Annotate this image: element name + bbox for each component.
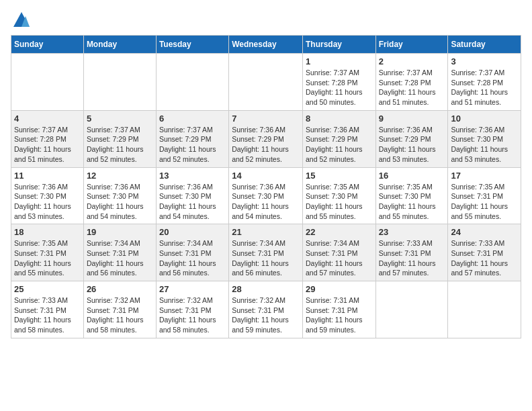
calendar-header-row: SundayMondayTuesdayWednesdayThursdayFrid… bbox=[11, 36, 521, 54]
logo bbox=[11, 11, 31, 27]
calendar-cell: 23Sunrise: 7:33 AM Sunset: 7:31 PM Dayli… bbox=[375, 224, 448, 281]
calendar-cell: 24Sunrise: 7:33 AM Sunset: 7:31 PM Dayli… bbox=[448, 224, 521, 281]
calendar-cell: 28Sunrise: 7:32 AM Sunset: 7:31 PM Dayli… bbox=[229, 281, 303, 338]
calendar-cell: 2Sunrise: 7:37 AM Sunset: 7:28 PM Daylig… bbox=[375, 54, 448, 111]
weekday-header-saturday: Saturday bbox=[448, 36, 521, 54]
weekday-header-tuesday: Tuesday bbox=[156, 36, 228, 54]
calendar-cell: 21Sunrise: 7:34 AM Sunset: 7:31 PM Dayli… bbox=[229, 224, 303, 281]
day-info: Sunrise: 7:34 AM Sunset: 7:31 PM Dayligh… bbox=[232, 238, 300, 278]
calendar-cell: 11Sunrise: 7:36 AM Sunset: 7:30 PM Dayli… bbox=[11, 167, 84, 224]
calendar-cell: 14Sunrise: 7:36 AM Sunset: 7:30 PM Dayli… bbox=[229, 167, 303, 224]
calendar-cell: 15Sunrise: 7:35 AM Sunset: 7:30 PM Dayli… bbox=[302, 167, 375, 224]
day-number: 13 bbox=[159, 171, 226, 181]
day-number: 18 bbox=[14, 227, 81, 237]
page-header bbox=[11, 11, 521, 27]
calendar-cell: 12Sunrise: 7:36 AM Sunset: 7:30 PM Dayli… bbox=[83, 167, 156, 224]
calendar-cell bbox=[11, 54, 84, 111]
day-number: 22 bbox=[306, 227, 373, 237]
day-info: Sunrise: 7:37 AM Sunset: 7:28 PM Dayligh… bbox=[451, 68, 518, 107]
day-info: Sunrise: 7:35 AM Sunset: 7:31 PM Dayligh… bbox=[451, 182, 518, 222]
day-number: 3 bbox=[451, 56, 518, 66]
day-number: 15 bbox=[306, 171, 373, 181]
calendar-cell bbox=[83, 54, 156, 111]
calendar-cell: 3Sunrise: 7:37 AM Sunset: 7:28 PM Daylig… bbox=[448, 54, 521, 111]
day-number: 24 bbox=[451, 227, 518, 237]
day-info: Sunrise: 7:33 AM Sunset: 7:31 PM Dayligh… bbox=[379, 238, 445, 278]
day-number: 21 bbox=[232, 227, 300, 237]
calendar-cell: 13Sunrise: 7:36 AM Sunset: 7:30 PM Dayli… bbox=[156, 167, 228, 224]
day-info: Sunrise: 7:31 AM Sunset: 7:31 PM Dayligh… bbox=[306, 295, 373, 335]
weekday-header-sunday: Sunday bbox=[11, 36, 84, 54]
calendar-body: 1Sunrise: 7:37 AM Sunset: 7:28 PM Daylig… bbox=[11, 54, 521, 338]
day-info: Sunrise: 7:37 AM Sunset: 7:28 PM Dayligh… bbox=[14, 125, 81, 165]
day-info: Sunrise: 7:34 AM Sunset: 7:31 PM Dayligh… bbox=[87, 238, 153, 278]
day-number: 1 bbox=[306, 56, 373, 66]
calendar-cell bbox=[375, 281, 448, 338]
day-number: 28 bbox=[232, 284, 300, 294]
weekday-header-thursday: Thursday bbox=[302, 36, 375, 54]
day-info: Sunrise: 7:35 AM Sunset: 7:30 PM Dayligh… bbox=[306, 182, 373, 222]
day-info: Sunrise: 7:34 AM Sunset: 7:31 PM Dayligh… bbox=[306, 238, 373, 278]
day-info: Sunrise: 7:36 AM Sunset: 7:29 PM Dayligh… bbox=[232, 125, 300, 165]
calendar-cell: 27Sunrise: 7:32 AM Sunset: 7:31 PM Dayli… bbox=[156, 281, 228, 338]
calendar-table: SundayMondayTuesdayWednesdayThursdayFrid… bbox=[11, 35, 521, 338]
calendar-cell: 10Sunrise: 7:36 AM Sunset: 7:30 PM Dayli… bbox=[448, 110, 521, 167]
day-info: Sunrise: 7:37 AM Sunset: 7:28 PM Dayligh… bbox=[306, 68, 373, 107]
calendar-week-row: 1Sunrise: 7:37 AM Sunset: 7:28 PM Daylig… bbox=[11, 54, 521, 111]
day-number: 19 bbox=[87, 227, 153, 237]
day-info: Sunrise: 7:37 AM Sunset: 7:29 PM Dayligh… bbox=[87, 125, 153, 165]
day-number: 12 bbox=[87, 171, 153, 181]
day-info: Sunrise: 7:35 AM Sunset: 7:30 PM Dayligh… bbox=[379, 182, 445, 222]
calendar-cell: 4Sunrise: 7:37 AM Sunset: 7:28 PM Daylig… bbox=[11, 110, 84, 167]
calendar-cell: 25Sunrise: 7:33 AM Sunset: 7:31 PM Dayli… bbox=[11, 281, 84, 338]
day-info: Sunrise: 7:33 AM Sunset: 7:31 PM Dayligh… bbox=[451, 238, 518, 278]
calendar-cell: 6Sunrise: 7:37 AM Sunset: 7:29 PM Daylig… bbox=[156, 110, 228, 167]
day-number: 9 bbox=[379, 113, 445, 124]
weekday-header-wednesday: Wednesday bbox=[229, 36, 303, 54]
calendar-cell: 18Sunrise: 7:35 AM Sunset: 7:31 PM Dayli… bbox=[11, 224, 84, 281]
calendar-cell: 8Sunrise: 7:36 AM Sunset: 7:29 PM Daylig… bbox=[302, 110, 375, 167]
logo-icon bbox=[12, 11, 31, 30]
day-info: Sunrise: 7:34 AM Sunset: 7:31 PM Dayligh… bbox=[159, 238, 226, 278]
calendar-week-row: 25Sunrise: 7:33 AM Sunset: 7:31 PM Dayli… bbox=[11, 281, 521, 338]
day-number: 11 bbox=[14, 171, 81, 181]
day-info: Sunrise: 7:32 AM Sunset: 7:31 PM Dayligh… bbox=[87, 295, 153, 335]
day-info: Sunrise: 7:36 AM Sunset: 7:29 PM Dayligh… bbox=[306, 125, 373, 165]
day-info: Sunrise: 7:36 AM Sunset: 7:30 PM Dayligh… bbox=[159, 182, 226, 222]
day-number: 26 bbox=[87, 284, 153, 294]
calendar-cell: 22Sunrise: 7:34 AM Sunset: 7:31 PM Dayli… bbox=[302, 224, 375, 281]
day-info: Sunrise: 7:36 AM Sunset: 7:30 PM Dayligh… bbox=[87, 182, 153, 222]
calendar-cell: 1Sunrise: 7:37 AM Sunset: 7:28 PM Daylig… bbox=[302, 54, 375, 111]
day-number: 8 bbox=[306, 113, 373, 124]
calendar-cell: 26Sunrise: 7:32 AM Sunset: 7:31 PM Dayli… bbox=[83, 281, 156, 338]
calendar-cell: 20Sunrise: 7:34 AM Sunset: 7:31 PM Dayli… bbox=[156, 224, 228, 281]
calendar-cell: 5Sunrise: 7:37 AM Sunset: 7:29 PM Daylig… bbox=[83, 110, 156, 167]
day-number: 14 bbox=[232, 171, 300, 181]
calendar-cell: 19Sunrise: 7:34 AM Sunset: 7:31 PM Dayli… bbox=[83, 224, 156, 281]
day-info: Sunrise: 7:36 AM Sunset: 7:30 PM Dayligh… bbox=[451, 125, 518, 165]
calendar-week-row: 4Sunrise: 7:37 AM Sunset: 7:28 PM Daylig… bbox=[11, 110, 521, 167]
day-number: 23 bbox=[379, 227, 445, 237]
calendar-cell: 9Sunrise: 7:36 AM Sunset: 7:29 PM Daylig… bbox=[375, 110, 448, 167]
calendar-cell: 17Sunrise: 7:35 AM Sunset: 7:31 PM Dayli… bbox=[448, 167, 521, 224]
calendar-cell bbox=[448, 281, 521, 338]
calendar-cell: 16Sunrise: 7:35 AM Sunset: 7:30 PM Dayli… bbox=[375, 167, 448, 224]
weekday-header-monday: Monday bbox=[83, 36, 156, 54]
day-info: Sunrise: 7:37 AM Sunset: 7:28 PM Dayligh… bbox=[379, 68, 445, 107]
day-info: Sunrise: 7:37 AM Sunset: 7:29 PM Dayligh… bbox=[159, 125, 226, 165]
calendar-cell bbox=[229, 54, 303, 111]
day-number: 7 bbox=[232, 113, 300, 124]
day-info: Sunrise: 7:32 AM Sunset: 7:31 PM Dayligh… bbox=[159, 295, 226, 335]
day-number: 25 bbox=[14, 284, 81, 294]
day-number: 6 bbox=[159, 113, 226, 124]
calendar-week-row: 18Sunrise: 7:35 AM Sunset: 7:31 PM Dayli… bbox=[11, 224, 521, 281]
day-number: 27 bbox=[159, 284, 226, 294]
day-info: Sunrise: 7:35 AM Sunset: 7:31 PM Dayligh… bbox=[14, 238, 81, 278]
day-number: 29 bbox=[306, 284, 373, 294]
day-info: Sunrise: 7:32 AM Sunset: 7:31 PM Dayligh… bbox=[232, 295, 300, 335]
day-number: 16 bbox=[379, 171, 445, 181]
day-info: Sunrise: 7:36 AM Sunset: 7:30 PM Dayligh… bbox=[14, 182, 81, 222]
day-number: 4 bbox=[14, 113, 81, 124]
day-info: Sunrise: 7:33 AM Sunset: 7:31 PM Dayligh… bbox=[14, 295, 81, 335]
day-number: 5 bbox=[87, 113, 153, 124]
